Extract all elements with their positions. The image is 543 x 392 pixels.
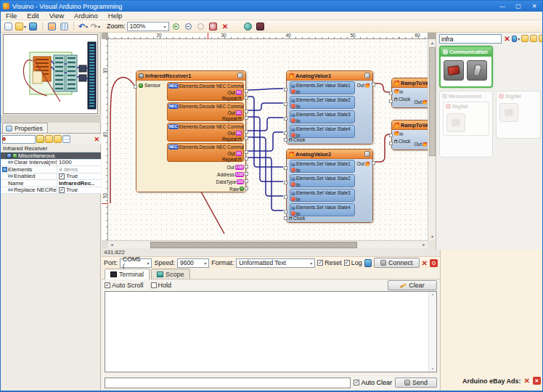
auto-scroll-checkbox[interactable]: ✓Auto Scroll <box>105 282 144 289</box>
checkbox-checked[interactable]: ✓ <box>317 260 323 266</box>
zoom-out-button[interactable]: − <box>183 21 194 31</box>
canvas-horizontal-scrollbar[interactable]: ◄ ► <box>108 240 428 248</box>
sensor-pin[interactable] <box>134 85 137 89</box>
serial-tools-icon[interactable]: ✕ <box>422 259 428 267</box>
upload-button[interactable] <box>255 21 266 31</box>
log-checkbox[interactable]: ✓Log <box>344 259 362 266</box>
compile-button[interactable] <box>242 21 253 31</box>
toggle-panels-button[interactable] <box>46 21 57 31</box>
scroll-down-icon[interactable]: ▼ <box>429 367 436 371</box>
component-header[interactable]: RampToValue <box>392 78 428 88</box>
clock-pin[interactable] <box>389 99 393 103</box>
out-pin[interactable] <box>245 89 248 93</box>
setvalue-element-3[interactable]: Elements.Set Value State3 In <box>290 189 355 202</box>
in-pin[interactable] <box>389 91 393 95</box>
tab-terminal[interactable]: Terminal <box>105 269 150 279</box>
property-row-enabled[interactable]: Enabled ✓True <box>1 173 101 181</box>
property-row-elements[interactable]: +Elements 4 Items <box>1 166 101 173</box>
in-pin[interactable] <box>284 210 287 213</box>
in-pin-row[interactable]: In <box>392 88 428 95</box>
toggle-grid-button[interactable] <box>59 21 70 31</box>
maximize-button[interactable]: ▢ <box>510 1 526 12</box>
ads-tools-icon[interactable]: ✕ <box>524 377 530 385</box>
auto-clear-checkbox[interactable]: ✓Auto Clear <box>354 379 392 386</box>
menu-item-file[interactable]: File <box>1 12 22 20</box>
datatype-pin[interactable] <box>245 179 248 183</box>
pin-row-datatype[interactable]: DataTypeI32 <box>216 178 244 185</box>
property-value[interactable]: ✓True <box>57 173 101 180</box>
ads-close-icon[interactable]: ✕ <box>533 377 541 385</box>
pin-row-address[interactable]: AddressU32 <box>217 171 244 178</box>
setvalue-element-4[interactable]: Elements.Set Value State4 In <box>290 125 355 138</box>
setvalue-element-4[interactable]: Elements.Set Value State4 In <box>290 203 355 216</box>
sort-view-icon[interactable] <box>62 135 70 143</box>
output-scrollbar[interactable]: ▲ ▼ <box>428 292 436 372</box>
component-header[interactable]: InfraredReceiver1 <box>136 71 245 81</box>
component-infrared-receiver[interactable]: InfraredReceiver1 Sensor NECElements.Dec… <box>136 70 246 192</box>
component-ramp-to-value-2[interactable]: RampToValue In ⊓Clock Out <box>391 120 428 150</box>
clock-pin[interactable] <box>284 138 287 142</box>
category-measurement[interactable]: Measurement Digital <box>439 91 493 158</box>
out-pin[interactable] <box>245 130 248 134</box>
wrench-icon[interactable] <box>237 73 243 78</box>
menu-item-help[interactable]: Help <box>103 12 128 20</box>
decode-element-1[interactable]: NECElements.Decode NEC Command1 Out01 Re… <box>167 82 244 101</box>
out-pin-row[interactable]: Out <box>357 83 370 88</box>
in-pin[interactable] <box>284 166 287 170</box>
close-properties-icon[interactable]: ✕ <box>94 136 99 143</box>
subcategory-digital[interactable]: Digital <box>443 102 489 136</box>
power-icon[interactable] <box>430 259 438 267</box>
design-canvas[interactable]: InfraredReceiver1 Sensor NECElements.Dec… <box>108 39 428 240</box>
collapse-all-icon[interactable] <box>54 135 62 143</box>
property-value[interactable]: 1000 <box>57 160 101 166</box>
in-pin[interactable] <box>284 117 287 121</box>
minimize-button[interactable]: — <box>494 1 510 12</box>
pin-row-raw[interactable]: Raw <box>229 185 244 192</box>
menu-item-arduino[interactable]: Arduino <box>69 12 103 20</box>
address-pin[interactable] <box>245 172 248 176</box>
checkbox-unchecked[interactable] <box>151 282 157 288</box>
component-analog-value-2[interactable]: AnalogValue2 Out Elements.Set Value Stat… <box>286 149 373 223</box>
out-u32-pin[interactable] <box>245 165 248 168</box>
property-filter-input[interactable] <box>2 135 36 144</box>
decode-element-2[interactable]: NECElements.Decode NEC Command2 Out01 Re… <box>167 102 244 121</box>
property-value[interactable]: InfraredRec.. <box>57 180 101 187</box>
in-pin[interactable] <box>389 134 393 137</box>
out-pin-row[interactable]: Out <box>415 99 427 105</box>
decode-element-3[interactable]: NECElements.Decode NEC Command3 Out01 Re… <box>167 123 244 142</box>
clock-pin[interactable] <box>284 216 287 220</box>
scrollbar-thumb[interactable] <box>429 47 436 156</box>
diagram-overview-minimap[interactable] <box>3 34 98 114</box>
close-button[interactable]: ✕ <box>526 1 542 12</box>
zoom-combobox[interactable]: 100%▾ <box>127 22 169 31</box>
scrollbar-thumb[interactable] <box>150 242 357 248</box>
clock-pin[interactable] <box>389 142 393 145</box>
send-button[interactable]: Send <box>395 377 437 388</box>
scroll-up-icon[interactable]: ▲ <box>431 292 435 296</box>
setvalue-element-2[interactable]: Elements.Set Value State2 In <box>290 174 355 187</box>
clock-pin-row[interactable]: ⊓Clock <box>289 137 305 142</box>
pin-panel-icon[interactable] <box>2 137 6 141</box>
refresh-button[interactable] <box>208 21 219 31</box>
expand-categories-button[interactable] <box>538 34 543 43</box>
wrench-icon[interactable] <box>364 151 370 157</box>
zoom-fit-button[interactable] <box>195 21 206 31</box>
clear-search-icon[interactable]: ✕ <box>503 34 511 43</box>
in-pin-row[interactable]: In <box>392 130 428 137</box>
tab-properties[interactable]: Properties <box>2 123 48 133</box>
category-header[interactable]: Communication <box>441 47 491 57</box>
in-pin[interactable] <box>284 181 287 184</box>
component-analog-value-1[interactable]: AnalogValue1 Out Elements.Set Value Stat… <box>286 70 373 144</box>
setvalue-element-1[interactable]: Elements.Set Value State1 In <box>290 160 355 173</box>
decode-element-4[interactable]: NECElements.Decode NEC Command4 Out01 Re… <box>167 143 244 162</box>
open-project-button[interactable]: ▾ <box>15 21 26 31</box>
component-search-input[interactable] <box>439 34 502 44</box>
save-project-button[interactable] <box>28 21 38 31</box>
collapse-categories-button[interactable] <box>529 34 537 43</box>
format-combobox[interactable]: Unformatted Text▾ <box>236 258 315 268</box>
category-communication[interactable]: Communication <box>439 46 493 88</box>
port-combobox[interactable]: COM5 (▾ <box>120 258 152 268</box>
checkbox-checked[interactable]: ✓ <box>59 173 65 179</box>
menu-item-view[interactable]: View <box>44 12 69 20</box>
in-pin[interactable] <box>284 102 287 106</box>
